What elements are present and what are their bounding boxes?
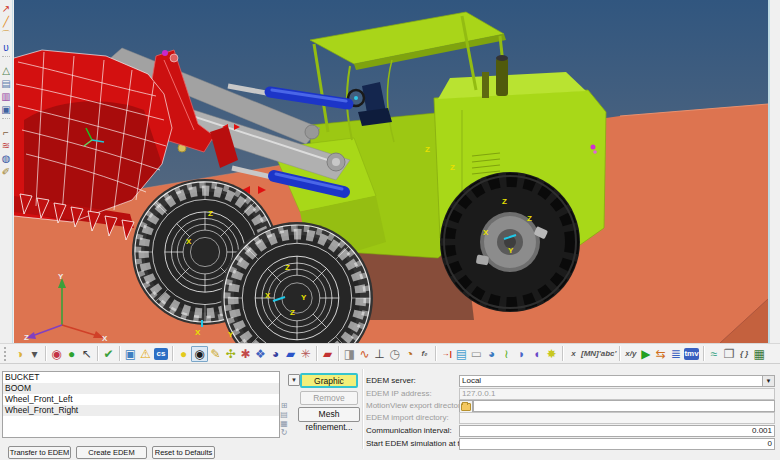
apply-check-icon[interactable]: ✔ bbox=[101, 346, 116, 362]
plane-graphic-icon[interactable]: ▰ bbox=[283, 346, 298, 362]
vehicle-tool-icon[interactable]: ◨ bbox=[342, 346, 357, 362]
multi-sphere-icon[interactable]: ◕ bbox=[484, 346, 499, 362]
rear-wheel[interactable] bbox=[440, 172, 580, 312]
xyz-ratio-icon[interactable]: x/y bbox=[623, 346, 638, 362]
axis-label: Z bbox=[285, 263, 290, 272]
list-item[interactable]: Wheel_Front_Right bbox=[3, 405, 279, 416]
create-edem-system-button[interactable]: Create EDEM System bbox=[76, 446, 147, 459]
export-directory-label: MotionView export directory: bbox=[366, 400, 467, 411]
burst-star-icon[interactable]: ✸ bbox=[544, 346, 559, 362]
right-edge-strip bbox=[770, 0, 780, 343]
list-item[interactable]: BUCKET bbox=[3, 372, 279, 383]
clock-interval-icon[interactable]: ◷ bbox=[387, 346, 402, 362]
mini-refresh-icon[interactable]: ↻ bbox=[281, 428, 288, 437]
note-image-icon[interactable]: ▤ bbox=[0, 77, 12, 90]
colorbar-image-icon[interactable]: ▤ bbox=[454, 346, 469, 362]
disk-left-icon[interactable]: ◗ bbox=[514, 346, 529, 362]
transfer-to-edem-button[interactable]: Transfer to EDEM bbox=[8, 446, 71, 459]
probe-tool-icon[interactable]: ⌐ bbox=[0, 126, 12, 139]
measure-triangle-icon[interactable]: △ bbox=[0, 64, 12, 77]
axis-label: Y bbox=[508, 246, 514, 255]
toolbar-separator bbox=[316, 346, 317, 361]
toolbar-separator bbox=[703, 346, 704, 361]
folder-open-icon bbox=[461, 403, 471, 411]
run-simulation-icon[interactable]: ● bbox=[64, 346, 79, 362]
remove-button[interactable]: Remove bbox=[300, 391, 358, 405]
toolbar-separator bbox=[45, 346, 46, 361]
abc-label-icon[interactable]: 'abc' bbox=[599, 346, 617, 362]
braces-macro-icon[interactable]: { } bbox=[737, 346, 752, 362]
graphic-pencil-icon[interactable]: ✎ bbox=[208, 346, 223, 362]
body-dropdown-button[interactable]: ▼ bbox=[288, 374, 300, 386]
propeller-rotor-icon[interactable]: ✣ bbox=[223, 346, 238, 362]
actuator-tool-icon[interactable]: ⊥ bbox=[372, 346, 387, 362]
toolbar-drag-handle[interactable] bbox=[4, 347, 9, 361]
cs-frame-icon[interactable]: cs bbox=[154, 348, 168, 360]
deformable-surface-icon[interactable]: ❖ bbox=[253, 346, 268, 362]
mesh-refinement-button[interactable]: Mesh refinement... bbox=[298, 407, 360, 422]
select-pointer-icon[interactable]: ↖ bbox=[79, 346, 94, 362]
toolbar-gap bbox=[2, 118, 10, 124]
point-marker-icon[interactable]: ● bbox=[176, 346, 191, 362]
edem-ip-field[interactable]: 127.0.0.1 bbox=[459, 388, 775, 400]
export-directory-field[interactable] bbox=[473, 400, 775, 412]
graphic-button[interactable]: Graphic bbox=[300, 373, 358, 388]
communication-interval-label: Communication interval: bbox=[366, 425, 452, 436]
view-capture-icon[interactable]: ▣ bbox=[0, 103, 12, 116]
force-panel-icon[interactable]: ▰ bbox=[320, 346, 335, 362]
mesh-star-icon[interactable]: ✳ bbox=[298, 346, 313, 362]
initial-condition-icon[interactable]: f₀ bbox=[417, 346, 432, 362]
math-expression-icon[interactable]: x bbox=[566, 346, 581, 362]
warning-image-icon[interactable]: ⚠ bbox=[138, 346, 153, 362]
stopwatch-icon[interactable]: ◔ bbox=[402, 346, 417, 362]
edem-server-label: EDEM server: bbox=[366, 375, 416, 386]
combo-arrow-icon[interactable]: ▼ bbox=[762, 376, 774, 386]
start-time-field[interactable]: 0 bbox=[459, 438, 775, 450]
rigid-body-sphere-icon[interactable]: ◕ bbox=[268, 346, 283, 362]
contour-plot-icon[interactable]: ▥ bbox=[0, 90, 12, 103]
export-step-icon[interactable]: ▶ bbox=[638, 346, 653, 362]
brush-tool-icon[interactable]: ✐ bbox=[0, 165, 12, 178]
view-mode-caret-icon[interactable]: ▾ bbox=[27, 346, 42, 362]
list-item[interactable]: Wheel_Front_Left bbox=[3, 394, 279, 405]
scene-canvas[interactable]: YZXZXZXYZXYZZXYZZ bbox=[14, 0, 768, 343]
line-tool-icon[interactable]: ╱ bbox=[0, 15, 12, 28]
copy-results-icon[interactable]: ❐ bbox=[722, 346, 737, 362]
data-table-icon[interactable]: ▦ bbox=[752, 346, 767, 362]
mini-grid-icon[interactable]: ▦ bbox=[280, 419, 288, 428]
mn-label-icon[interactable]: [MN] bbox=[581, 346, 599, 362]
mini-list-icon[interactable]: ▤ bbox=[280, 410, 288, 419]
spring-graphic-icon[interactable]: ≀ bbox=[499, 346, 514, 362]
perspective-view-icon[interactable]: ◑ bbox=[12, 346, 27, 362]
body-list[interactable]: BUCKETBOOMWheel_Front_LeftWheel_Front_Ri… bbox=[2, 371, 280, 438]
curve-tool-icon[interactable]: ⌒ bbox=[0, 28, 12, 41]
import-directory-field[interactable] bbox=[459, 412, 775, 424]
communication-interval-field[interactable]: 0.001 bbox=[459, 425, 775, 437]
toolbar-separator bbox=[119, 346, 120, 361]
spline-tool-icon[interactable]: υ bbox=[0, 41, 12, 54]
color-palette-icon[interactable]: ◉ bbox=[49, 346, 64, 362]
disk-right-icon[interactable]: ◖ bbox=[529, 346, 544, 362]
waves-tool-icon[interactable]: ≈ bbox=[707, 346, 722, 362]
tmv-tool-icon[interactable]: tmv bbox=[684, 348, 698, 360]
coupler-tool-icon[interactable]: ⇆ bbox=[653, 346, 668, 362]
transfer-arrow-icon[interactable]: →| bbox=[439, 346, 454, 362]
curve-stack-icon[interactable]: ≋ bbox=[0, 139, 12, 152]
constraint-star-icon[interactable]: ✱ bbox=[238, 346, 253, 362]
list-panel-icon[interactable]: ≣ bbox=[668, 346, 683, 362]
axis-label: Z bbox=[450, 163, 455, 172]
list-item[interactable]: BOOM bbox=[3, 383, 279, 394]
reset-to-defaults-button[interactable]: Reset to Defaults bbox=[152, 446, 215, 459]
signal-curve-icon[interactable]: ∿ bbox=[357, 346, 372, 362]
axis-label: X bbox=[186, 237, 192, 246]
toolbar-separator bbox=[172, 346, 173, 361]
edem-server-combobox[interactable]: Local ▼ bbox=[459, 375, 775, 387]
cg-marker-icon[interactable]: ◉ bbox=[191, 346, 208, 362]
mini-expand-icon[interactable]: ⊞ bbox=[281, 401, 288, 410]
cylinder-graphic-icon[interactable]: ▭ bbox=[469, 346, 484, 362]
snapshot-image-icon[interactable]: ▣ bbox=[123, 346, 138, 362]
3d-viewport[interactable]: YZXZXZXYZXYZZXYZZ bbox=[14, 0, 770, 343]
trace-arrow-icon[interactable]: ↗ bbox=[0, 2, 12, 15]
axis-label: X bbox=[102, 334, 108, 343]
sphere-view-icon[interactable]: ◍ bbox=[0, 152, 12, 165]
